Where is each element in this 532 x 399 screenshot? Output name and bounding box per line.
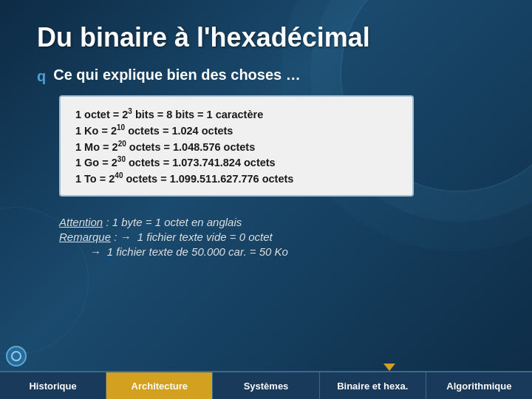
cell: 1 Go = 230 octets = 1.073.741.824 octets (75, 154, 293, 170)
attention-label: Attention (59, 216, 103, 228)
cell: 1 Ko = 210 octets = 1.024 octets (75, 122, 293, 138)
nav-item-architecture[interactable]: Architecture (106, 371, 213, 399)
nav-label-historique: Historique (29, 381, 76, 392)
nav-item-binaire[interactable]: Binaire et hexa. (320, 371, 426, 399)
remarque-text-2: → 1 fichier texte de 50.000 car. = 50 Ko (59, 245, 288, 258)
bullet-icon: q (37, 68, 46, 85)
info-box: 1 octet = 23 bits = 8 bits = 1 caractère… (59, 95, 414, 197)
nav-label-systemes: Systèmes (244, 381, 289, 392)
subtitle-row: q Ce qui explique bien des choses … (37, 66, 495, 85)
bottom-nav: Historique Architecture Systèmes Binaire… (0, 371, 532, 399)
attention-line-1: Attention : 1 byte = 1 octet en anglais (59, 216, 495, 228)
table-row: 1 Mo = 220 octets = 1.048.576 octets (75, 138, 293, 154)
table-row: 1 To = 240 octets = 1.099.511.627.776 oc… (75, 170, 293, 186)
active-tab-indicator (383, 364, 395, 371)
page-title: Du binaire à l'hexadécimal (37, 22, 495, 53)
table-row: 1 Go = 230 octets = 1.073.741.824 octets (75, 154, 293, 170)
cell: 1 Mo = 220 octets = 1.048.576 octets (75, 138, 293, 154)
remarque-label: Remarque (59, 231, 111, 243)
table-row: 1 octet = 23 bits = 8 bits = 1 caractère (75, 106, 293, 122)
nav-item-systemes[interactable]: Systèmes (213, 371, 319, 399)
cell: 1 octet = 23 bits = 8 bits = 1 caractère (75, 106, 293, 122)
table-row: 1 Ko = 210 octets = 1.024 octets (75, 122, 293, 138)
remarque-text-1: : → 1 fichier texte vide = 0 octet (114, 231, 273, 243)
cell: 1 To = 240 octets = 1.099.511.627.776 oc… (75, 170, 293, 186)
info-table: 1 octet = 23 bits = 8 bits = 1 caractère… (75, 106, 293, 186)
nav-label-binaire: Binaire et hexa. (337, 381, 408, 392)
nav-label-architecture: Architecture (132, 381, 188, 392)
attention-line-3: → 1 fichier texte de 50.000 car. = 50 Ko (59, 245, 495, 258)
logo (6, 346, 27, 366)
attention-line-2: Remarque : → 1 fichier texte vide = 0 oc… (59, 231, 495, 243)
attention-text-1: : 1 byte = 1 octet en anglais (106, 216, 242, 228)
nav-label-algorithmique: Algorithmique (446, 381, 511, 392)
nav-item-algorithmique[interactable]: Algorithmique (426, 371, 532, 399)
attention-block: Attention : 1 byte = 1 octet en anglais … (59, 216, 495, 258)
logo-inner (11, 351, 21, 361)
subtitle-text: Ce qui explique bien des choses … (53, 66, 301, 83)
nav-item-historique[interactable]: Historique (0, 371, 106, 399)
main-content: Du binaire à l'hexadécimal q Ce qui expl… (0, 0, 532, 258)
